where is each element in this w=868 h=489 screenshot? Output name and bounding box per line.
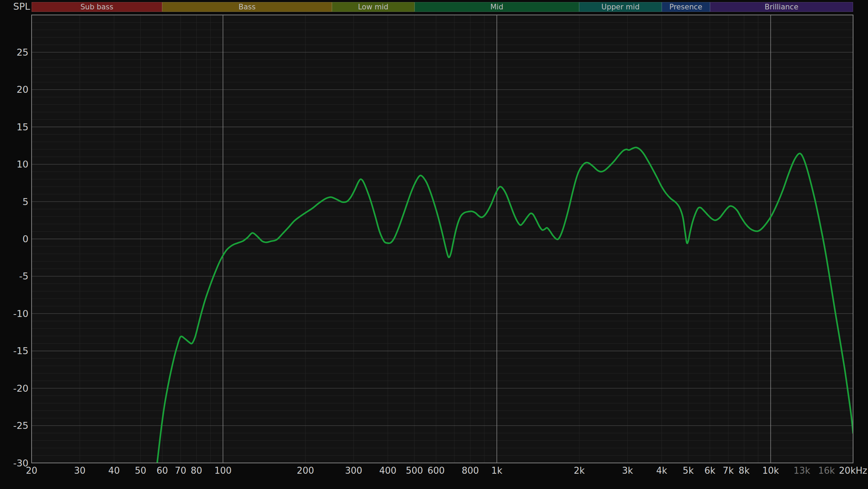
x-tick-label: 600 (427, 465, 445, 476)
x-tick-label: 300 (345, 465, 362, 476)
y-tick-label: -5 (19, 271, 28, 282)
x-tick-label: 6k (704, 465, 716, 476)
x-tick-label: 50 (135, 465, 146, 476)
x-tick-label: 8k (738, 465, 750, 476)
x-tick-label: 30 (74, 465, 85, 476)
band-presence: Presence (662, 2, 710, 12)
y-axis-labels: 2520151050-5-10-15-20-25-30 (13, 47, 28, 468)
x-tick-label: 5k (683, 465, 694, 476)
band-mid: Mid (415, 2, 579, 12)
x-tick-label: 10k (762, 465, 779, 476)
x-tick-label: 100 (214, 465, 232, 476)
y-tick-label: 25 (17, 47, 28, 58)
band-sub-bass: Sub bass (32, 2, 162, 12)
x-tick-label: 200 (297, 465, 314, 476)
y-tick-label: 20 (17, 84, 28, 95)
y-tick-label: -10 (13, 308, 28, 319)
y-tick-label: -25 (13, 420, 28, 431)
x-axis-labels: 203040506070801002003004005006008001k2k3… (26, 465, 867, 476)
x-tick-label: 1k (491, 465, 502, 476)
band-bass: Bass (162, 2, 332, 12)
y-tick-label: 15 (17, 122, 28, 132)
y-tick-label: 10 (17, 159, 28, 170)
x-tick-label: 70 (175, 465, 186, 476)
x-tick-label: 20kHz (839, 465, 867, 476)
x-tick-label: 80 (191, 465, 202, 476)
x-tick-label: 400 (379, 465, 397, 476)
y-tick-label: 5 (23, 196, 28, 207)
spl-axis-title: SPL (13, 1, 30, 12)
x-tick-label: 4k (656, 465, 667, 476)
band-brilliance: Brilliance (710, 2, 853, 12)
band-upper-mid: Upper mid (579, 2, 661, 12)
x-tick-label: 13k (793, 465, 810, 476)
frequency-response-chart: 2520151050-5-10-15-20-25-302030405060708… (0, 0, 868, 489)
x-tick-label: 20 (26, 465, 37, 476)
y-tick-label: -20 (13, 383, 28, 394)
y-tick-label: -15 (13, 345, 28, 356)
frequency-band-bar: Sub bassBassLow midMidUpper midPresenceB… (0, 0, 868, 14)
x-tick-label: 2k (574, 465, 585, 476)
band-low-mid: Low mid (332, 2, 414, 12)
x-tick-label: 60 (157, 465, 168, 476)
x-tick-label: 40 (108, 465, 120, 476)
x-tick-label: 800 (462, 465, 479, 476)
x-tick-label: 3k (622, 465, 633, 476)
x-tick-label: 7k (723, 465, 734, 476)
x-tick-label: 16k (818, 465, 835, 476)
x-tick-label: 500 (406, 465, 423, 476)
y-tick-label: 0 (23, 234, 28, 244)
spl-analyzer-window: SPL Sub bassBassLow midMidUpper midPrese… (0, 0, 868, 489)
